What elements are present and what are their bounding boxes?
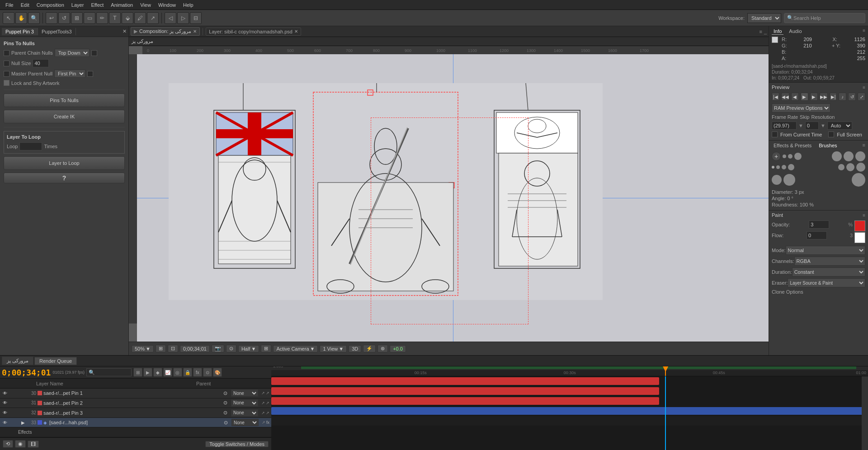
tl-solo-btn[interactable]: ◎ xyxy=(173,368,182,377)
quality-select[interactable]: Half ▼ xyxy=(238,345,259,352)
tool-redo[interactable]: ↺ xyxy=(58,12,70,24)
brush-s5[interactable] xyxy=(776,165,780,169)
tab-audio[interactable]: Audio xyxy=(787,28,803,35)
flow-input[interactable] xyxy=(807,231,827,239)
tool-zoom[interactable]: 🔍 xyxy=(28,12,40,24)
show-channel-btn[interactable]: ⊙ xyxy=(226,345,236,352)
layer-31-parent[interactable]: None xyxy=(231,399,258,407)
create-ik-btn[interactable]: Create IK xyxy=(4,110,125,123)
frame-rate-input[interactable] xyxy=(772,122,797,130)
layer-tab-close[interactable]: ✕ xyxy=(294,29,298,34)
menu-file[interactable]: File xyxy=(2,2,17,8)
paint-options[interactable]: ≡ xyxy=(863,213,865,218)
brush-size-large1[interactable] xyxy=(844,151,854,161)
fr-arrow[interactable]: ▼ xyxy=(798,123,803,128)
l30-sw2[interactable]: ↗ xyxy=(266,391,269,395)
timecode-display[interactable]: 0;00;34;01 xyxy=(180,345,210,352)
tl-lock-btn[interactable]: 🔒 xyxy=(183,368,192,377)
tool-rect[interactable]: ▭ xyxy=(84,12,95,24)
bar-32[interactable] xyxy=(271,397,659,405)
tl-adjust-btn[interactable]: ⊙ xyxy=(203,368,212,377)
tl-new-layer-btn[interactable]: ⟲ xyxy=(3,440,13,448)
info-panel-options[interactable]: ≡ xyxy=(863,28,865,35)
brush-size-large2[interactable] xyxy=(855,151,865,161)
brush-s17b[interactable] xyxy=(838,164,844,170)
tl-tab-render[interactable]: Render Queue xyxy=(34,357,77,365)
menu-help[interactable]: Help xyxy=(179,2,197,8)
l32-sw1[interactable]: ↗ xyxy=(261,411,265,415)
effects-options[interactable]: ≡ xyxy=(863,142,865,149)
tool-select[interactable]: ↖ xyxy=(3,12,14,24)
preview-play-btn[interactable]: ▶ xyxy=(801,93,808,101)
layer-30-parent[interactable]: None xyxy=(231,389,258,397)
tab-puppet-pin-3[interactable]: Puppet Pin 3 xyxy=(2,28,38,35)
background-color[interactable] xyxy=(854,232,865,243)
brush-s21[interactable] xyxy=(846,163,854,171)
tl-search-input[interactable] xyxy=(86,368,132,376)
skip-arrow[interactable]: ▼ xyxy=(821,123,826,128)
opacity-input[interactable] xyxy=(809,220,829,229)
l33-expand[interactable]: ▶ xyxy=(21,420,26,425)
comp-canvas[interactable] xyxy=(137,54,769,342)
comp-viewer[interactable]: 0 100 200 300 400 500 600 700 800 900 10… xyxy=(129,46,769,342)
null-size-checkbox[interactable] xyxy=(4,61,9,66)
l31-sw1[interactable]: ↗ xyxy=(261,401,265,405)
tl-markers-btn[interactable]: ◆ xyxy=(153,368,162,377)
tool-undo[interactable]: ↩ xyxy=(46,12,57,24)
preview-options[interactable]: ≡ xyxy=(863,85,865,90)
paint-duration-select[interactable]: Constant xyxy=(792,267,865,277)
master-parent-checkbox[interactable] xyxy=(4,71,9,77)
layer-33-eye[interactable]: 👁 xyxy=(2,419,8,426)
brush-s45[interactable] xyxy=(783,174,795,186)
mode-select[interactable]: Normal xyxy=(786,246,865,255)
preview-loop-btn[interactable]: ↺ xyxy=(848,93,856,101)
layer-31-eye[interactable]: 👁 xyxy=(2,400,8,406)
menu-composition[interactable]: Composition xyxy=(33,2,68,8)
tab-info[interactable]: Info xyxy=(772,28,783,35)
comp-tab-close[interactable]: ✕ xyxy=(193,29,197,34)
l30-sw1[interactable]: ↗ xyxy=(261,391,265,395)
lock-shy-checkbox[interactable] xyxy=(4,80,9,86)
resolution-select[interactable]: Auto xyxy=(827,122,852,130)
bar-33[interactable] xyxy=(271,407,868,415)
offset-indicator[interactable]: +0.0 xyxy=(390,345,406,352)
comp-minimize-btn[interactable]: _ xyxy=(764,29,767,34)
parent-chain-check2[interactable] xyxy=(91,50,97,56)
tab-puppet-tools[interactable]: PuppetTools3 xyxy=(38,28,76,35)
preview-first-btn[interactable]: |◀ xyxy=(772,93,779,101)
comp-tab-title[interactable]: Composition: مرورکی پز xyxy=(139,28,191,34)
work-area-bar[interactable] xyxy=(301,366,856,369)
channels-select[interactable]: RGBA xyxy=(794,257,865,266)
overlay-btn[interactable]: ⊛ xyxy=(377,345,388,352)
brush-size-43[interactable] xyxy=(832,151,842,161)
tl-camera-btn[interactable]: ◉ xyxy=(15,440,26,448)
layer-to-loop-btn[interactable]: Layer to Loop xyxy=(4,156,125,170)
loop-input[interactable] xyxy=(19,142,42,150)
help-btn[interactable]: ? xyxy=(4,173,125,183)
tool-extra3[interactable]: ⊟ xyxy=(190,12,202,24)
from-current-checkbox[interactable] xyxy=(772,131,778,137)
l33-sw1[interactable]: ↗ xyxy=(262,420,265,425)
top-down-select[interactable]: Top Down xyxy=(55,49,90,57)
brush-size-9[interactable] xyxy=(794,153,802,160)
brush-s9[interactable] xyxy=(782,165,786,169)
preview-audio-btn[interactable]: ♪ xyxy=(839,93,846,101)
pins-to-nulls-btn[interactable]: Pins To Nulls xyxy=(4,94,125,107)
layer-33-parent[interactable]: None xyxy=(231,419,259,426)
layer-32-eye[interactable]: 👁 xyxy=(2,410,8,416)
menu-effect[interactable]: Effect xyxy=(87,2,107,8)
tl-color-btn[interactable]: 🎨 xyxy=(213,368,222,377)
panel-close-btn[interactable]: ✕ xyxy=(123,28,127,34)
fast-preview-btn[interactable]: ⚡ xyxy=(363,345,376,352)
comp-options-btn[interactable]: ≡ xyxy=(759,29,762,34)
master-parent-check2[interactable] xyxy=(87,71,93,77)
tl-expand-btn[interactable]: ▶ xyxy=(143,368,152,377)
tool-pen[interactable]: ✏ xyxy=(96,12,108,24)
view-layout-select[interactable]: 1 View ▼ xyxy=(320,345,347,352)
foreground-color[interactable] xyxy=(854,220,865,231)
brush-s65[interactable] xyxy=(852,173,865,187)
menu-view[interactable]: View xyxy=(137,2,155,8)
zoom-control[interactable]: 50% ▼ xyxy=(132,345,154,352)
menu-layer[interactable]: Layer xyxy=(68,2,88,8)
preview-prev-btn[interactable]: ◀◀ xyxy=(781,93,789,101)
